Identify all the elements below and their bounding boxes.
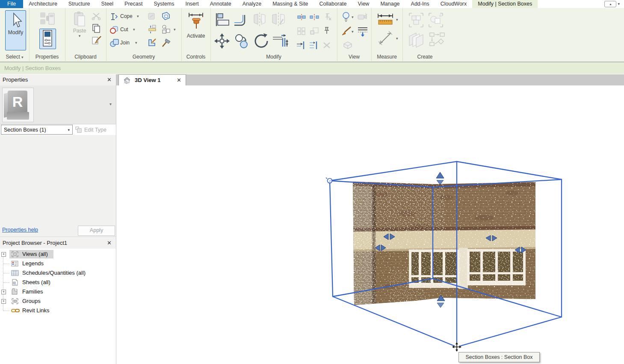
menu-tab-file[interactable]: File [0,0,23,8]
chevron-down-icon[interactable]: ▾ [109,102,112,106]
tree-item-sheets[interactable]: Sheets (all) [0,278,116,287]
expand-plus-icon[interactable]: + [1,299,6,304]
point-cloud-wall[interactable] [353,182,535,305]
3d-view[interactable] [116,85,624,364]
user-interface-icon[interactable] [39,12,56,27]
chevron-down-icon[interactable]: ▾ [135,41,137,45]
activate-button[interactable]: Activate [185,11,207,50]
cope-icon[interactable] [109,12,119,21]
menu-tab-manage[interactable]: Manage [375,0,405,8]
ribbon-collapse-button[interactable]: ▲ ▾ [604,1,620,7]
element-divide-icon[interactable] [161,24,171,35]
join-icon[interactable] [109,38,120,48]
menu-tab-precast[interactable]: Precast [119,0,148,8]
align-icon[interactable] [214,12,230,27]
render-icon[interactable] [357,12,368,22]
chevron-down-icon[interactable]: ▾ [137,14,139,18]
trim-extend-corner-icon[interactable] [271,32,289,50]
create-parts-icon[interactable] [407,31,426,48]
cope-label[interactable]: Cope [120,13,133,19]
paste-button[interactable]: Paste ▾ [70,11,89,50]
scale-icon[interactable] [310,27,319,35]
create-panel-label[interactable]: Create [402,54,447,60]
move-icon[interactable] [214,33,230,49]
menu-tab-addins[interactable]: Add-Ins [405,0,435,8]
menu-tab-annotate[interactable]: Annotate [204,0,237,8]
hide-box-icon[interactable] [342,41,353,50]
cut-profile-icon[interactable] [147,12,157,21]
copy-element-icon[interactable] [234,34,249,48]
split-with-gap-icon[interactable] [310,13,319,21]
rotate-icon[interactable] [252,32,270,50]
aligned-dimension-icon[interactable] [377,30,393,47]
copy-icon[interactable] [92,23,101,33]
tree-item-groups[interactable]: + Groups [0,296,116,306]
properties-palette-header[interactable]: Properties ✕ [0,74,116,85]
modify-button[interactable]: Modify [5,10,26,50]
properties-palette-button[interactable] [39,29,56,49]
array-icon[interactable] [297,27,306,35]
chevron-down-icon[interactable]: ▾ [174,27,176,32]
tree-item-schedules[interactable]: Schedules/Quantities (all) [0,268,116,278]
menu-tab-insert[interactable]: Insert [180,0,204,8]
create-assembly-icon[interactable] [428,31,446,48]
tree-item-views[interactable]: + Views (all) [0,250,116,259]
cut-geometry-icon[interactable] [109,25,119,35]
expand-plus-icon[interactable]: + [1,252,6,257]
chevron-down-icon[interactable]: ▾ [133,27,135,32]
apply-button[interactable]: Apply [78,226,115,236]
type-selector[interactable]: R ▾ [0,85,116,124]
join-label[interactable]: Join [120,40,130,46]
mirror-draw-axis-icon[interactable] [270,12,287,28]
menu-tab-collaborate[interactable]: Collaborate [314,0,352,8]
lightbulb-icon[interactable] [341,12,351,23]
properties-panel-label[interactable]: Properties [29,54,65,60]
demolish-icon[interactable] [147,24,157,35]
trim-extend-multiple-icon[interactable] [309,41,319,50]
edit-type-button[interactable]: Edit Type [75,125,115,135]
split-element-icon[interactable] [297,13,306,21]
geometry-panel-label[interactable]: Geometry [106,54,181,60]
trim-extend-single-icon[interactable] [296,41,306,50]
menu-tab-analyze[interactable]: Analyze [237,0,267,8]
chevron-down-icon[interactable]: ▾ [396,18,398,22]
menu-tab-modify-section-boxes[interactable]: Modify | Section Boxes [472,0,538,8]
chevron-down-icon[interactable]: ▾ [352,15,354,19]
menu-tab-view[interactable]: View [352,0,375,8]
edit-profile-icon[interactable] [147,37,157,47]
tree-item-legends[interactable]: Legends [0,259,116,268]
unpin-icon[interactable] [322,12,332,21]
close-icon[interactable]: ✕ [107,238,112,249]
menu-tab-structure[interactable]: Structure [63,0,96,8]
graphics-brush-icon[interactable] [340,26,352,36]
3d-canvas[interactable] [116,85,624,364]
linework-icon[interactable] [357,26,369,37]
tree-item-revit-links[interactable]: Revit Links [0,306,116,315]
hammer-icon[interactable] [161,37,172,48]
select-panel-label[interactable]: Select ▾ [0,54,29,60]
match-properties-icon[interactable] [92,35,102,46]
clipboard-panel-label[interactable]: Clipboard [65,54,106,60]
create-group-icon[interactable] [408,12,425,29]
view-tab-3d-view-1[interactable]: 3D View 1 ✕ [118,74,186,85]
view-panel-label[interactable]: View [337,54,371,60]
create-similar-icon[interactable] [427,12,444,29]
close-icon[interactable]: ✕ [107,74,112,85]
delete-icon[interactable] [322,41,331,49]
offset-icon[interactable] [233,12,249,27]
measure-panel-label[interactable]: Measure [371,54,402,60]
cut-label[interactable]: Cut [120,26,128,32]
modify-panel-label[interactable]: Modify [210,54,337,60]
menu-tab-steel[interactable]: Steel [96,0,119,8]
chevron-down-icon[interactable]: ▾ [396,36,398,41]
tree-item-families[interactable]: + Families [0,287,116,296]
pin-icon[interactable] [322,26,331,35]
cut-icon[interactable] [92,12,101,20]
menu-tab-architecture[interactable]: Architecture [23,0,63,8]
menu-tab-systems[interactable]: Systems [148,0,180,8]
beam-opening-icon[interactable] [161,11,171,21]
rotate-handle[interactable] [326,178,332,183]
measure-icon[interactable] [376,12,394,26]
close-icon[interactable]: ✕ [177,77,181,83]
properties-help-link[interactable]: Properties help [2,227,38,233]
